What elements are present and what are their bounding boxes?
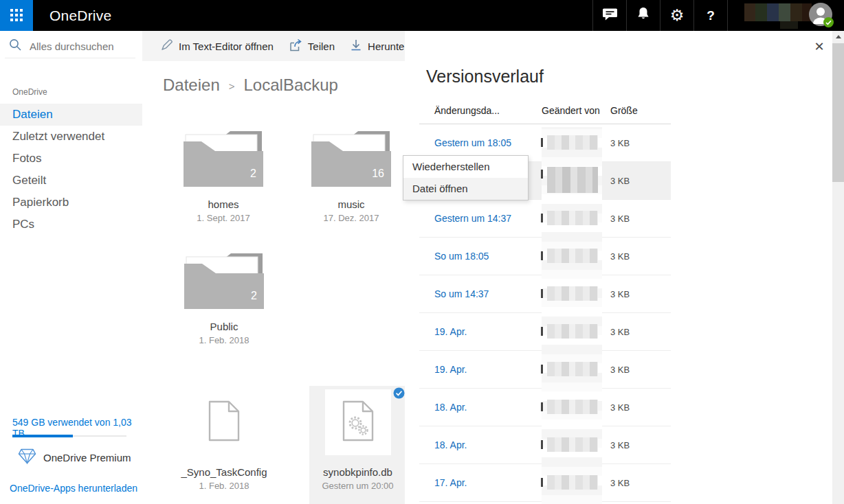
folder-name: music [292, 198, 410, 210]
folder-date: 17. Dez. 2017 [292, 213, 410, 223]
sidebar-item-papierkorb[interactable]: Papierkorb [0, 192, 142, 214]
download-apps-link[interactable]: OneDrive-Apps herunterladen [10, 483, 137, 494]
folder-date: 1. Feb. 2018 [165, 335, 283, 345]
redacted-name [547, 362, 598, 376]
redacted-name [547, 286, 598, 301]
folder-tile-homes[interactable]: 2 homes 1. Sept. 2017 [164, 130, 282, 223]
premium-label: OneDrive Premium [43, 452, 131, 463]
account-name-redacted [744, 3, 812, 21]
account-avatar-button[interactable] [809, 3, 832, 26]
file-name: _Syno_TaskConfig [165, 466, 283, 478]
onedrive-app: OneDrive ⚙ ? [0, 0, 844, 504]
version-date-link[interactable]: Gestern um 18:05 [434, 137, 511, 148]
menu-item-wiederherstellen[interactable]: Wiederherstellen [403, 156, 528, 178]
scrollbar-thumb[interactable] [832, 43, 844, 182]
version-date-link[interactable]: 18. Apr. [434, 402, 467, 413]
column-header-size[interactable]: Größe [610, 105, 638, 116]
app-launcher-button[interactable] [0, 0, 33, 31]
open-in-editor-label: Im Text-Editor öffnen [179, 41, 274, 52]
selected-check-icon[interactable] [393, 387, 405, 402]
search-input[interactable] [28, 40, 134, 53]
folder-item-count: 2 [250, 168, 256, 180]
chat-bubble-icon [602, 7, 618, 25]
folder-item-count: 16 [372, 168, 384, 180]
settings-button[interactable]: ⚙ [660, 0, 693, 31]
panel-scrollbar[interactable] [832, 31, 844, 504]
redacted-name [547, 135, 598, 150]
sidebar-nav: Dateien Zuletzt verwendet Fotos Geteilt … [0, 104, 142, 236]
waffle-grid-icon [10, 9, 13, 12]
redacted-name [547, 437, 598, 452]
menu-item-datei-oeffnen[interactable]: Datei öffnen [403, 178, 528, 200]
breadcrumb: Dateien > LocalBackup [163, 74, 338, 96]
close-icon[interactable]: ✕ [812, 39, 827, 54]
redacted-name [547, 249, 598, 263]
redacted-name [547, 475, 598, 490]
sidebar-item-fotos[interactable]: Fotos [0, 148, 142, 170]
column-header-date[interactable]: Änderungsda... [434, 105, 500, 116]
share-button[interactable]: Teilen [289, 38, 335, 54]
version-size: 3 KB [610, 327, 630, 337]
folder-date: 1. Sept. 2017 [164, 213, 282, 223]
breadcrumb-root[interactable]: Dateien [163, 76, 220, 95]
app-title: OneDrive [49, 0, 111, 31]
premium-link[interactable]: OneDrive Premium [18, 448, 131, 467]
sidebar-item-zuletzt-verwendet[interactable]: Zuletzt verwendet [0, 126, 142, 148]
version-size: 3 KB [610, 289, 630, 299]
sidebar-divider [5, 58, 135, 58]
version-date-link[interactable]: 18. Apr. [434, 439, 467, 450]
version-history-panel: ✕ Versionsverlauf Änderungsda... Geänder… [405, 31, 832, 504]
version-date-link[interactable]: Gestern um 14:37 [434, 213, 511, 224]
topbar: OneDrive ⚙ ? [0, 0, 844, 31]
version-size: 3 KB [610, 176, 630, 186]
gear-icon: ⚙ [670, 8, 685, 23]
help-button[interactable]: ? [693, 0, 728, 31]
version-size: 3 KB [610, 251, 630, 262]
share-icon [289, 38, 308, 54]
download-icon [350, 38, 368, 54]
version-date-link[interactable]: 17. Apr. [434, 477, 467, 488]
folder-tile-public[interactable]: 2 Public 1. Feb. 2018 [165, 253, 283, 345]
diamond-icon [18, 448, 43, 467]
folder-name: homes [164, 198, 282, 210]
file-icon-box [191, 389, 257, 455]
version-date-link[interactable]: 19. Apr. [434, 326, 467, 337]
sidebar-item-pcs[interactable]: PCs [0, 214, 142, 236]
scroll-up-button[interactable] [832, 31, 844, 43]
folder-tile-music[interactable]: 16 music 17. Dez. 2017 [292, 130, 410, 223]
file-date: 1. Feb. 2018 [165, 481, 283, 491]
scroll-up-arrow-icon [836, 35, 841, 38]
sidebar-section-label: OneDrive [12, 87, 47, 97]
database-document-icon [342, 400, 375, 444]
search-box[interactable] [9, 37, 134, 55]
context-menu: Wiederherstellen Datei öffnen [403, 155, 529, 201]
version-date-link[interactable]: 19. Apr. [434, 364, 467, 375]
storage-progress-fill [12, 435, 73, 437]
redacted-name [547, 400, 598, 414]
document-icon [208, 400, 241, 444]
column-header-modified-by[interactable]: Geändert von [542, 105, 600, 116]
panel-title: Versionsverlauf [426, 67, 544, 87]
version-size: 3 KB [610, 440, 630, 450]
sidebar-item-dateien[interactable]: Dateien [0, 104, 142, 126]
version-size: 3 KB [610, 214, 630, 224]
version-date-link[interactable]: So um 18:05 [434, 251, 489, 262]
notifications-button[interactable] [626, 0, 660, 31]
version-table-header: Änderungsda... Geändert von Größe [419, 105, 671, 120]
version-date-link[interactable]: So um 14:37 [434, 288, 489, 299]
file-date: Gestern um 20:00 [309, 481, 406, 491]
redacted-name [547, 324, 598, 339]
folder-item-count: 2 [251, 290, 257, 302]
redacted-name [547, 167, 598, 193]
modified-by-redaction-band [542, 127, 602, 504]
search-icon [9, 38, 28, 54]
help-icon: ? [707, 8, 715, 23]
file-tile-synobkpinfo[interactable]: synobkpinfo.db Gestern um 20:00 [309, 389, 406, 491]
file-tile-syno-taskconfig[interactable]: _Syno_TaskConfig 1. Feb. 2018 [165, 389, 283, 491]
open-in-editor-button[interactable]: Im Text-Editor öffnen [160, 38, 274, 54]
version-size: 3 KB [610, 402, 630, 413]
feedback-button[interactable] [592, 0, 626, 31]
version-size: 3 KB [610, 478, 630, 488]
folder-name: Public [165, 321, 283, 332]
sidebar-item-geteilt[interactable]: Geteilt [0, 170, 142, 192]
